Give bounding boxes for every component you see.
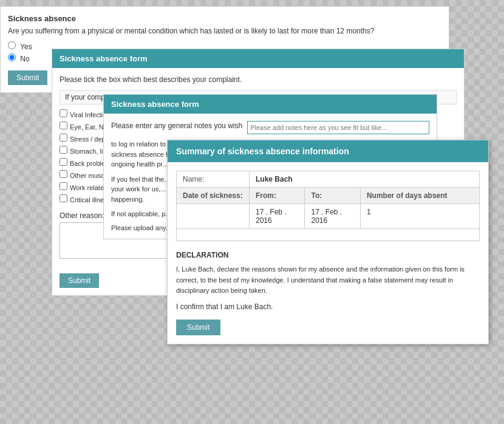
date-label-cell	[177, 204, 250, 229]
radio-yes[interactable]	[8, 41, 16, 49]
checkbox-stomach[interactable]	[60, 146, 67, 154]
days-header: Number of days absent	[360, 188, 479, 204]
to-value: 17 . Feb . 2016	[305, 204, 360, 229]
from-header: From:	[250, 188, 305, 204]
table-row	[177, 229, 480, 241]
name-value: Luke Bach	[250, 171, 480, 188]
layer2-header: Sickness absence form	[52, 49, 464, 68]
notes-input[interactable]	[247, 121, 429, 134]
checkbox-back[interactable]	[60, 158, 67, 166]
table-row: Name: Luke Bach	[177, 171, 480, 188]
table-row: 17 . Feb . 2016 17 . Feb . 2016 1	[177, 204, 480, 229]
checkbox-musculo[interactable]	[60, 170, 67, 178]
checkbox-stress[interactable]	[60, 134, 67, 142]
checkbox-viral[interactable]	[60, 109, 67, 117]
declaration-text: I, Luke Bach, declare the reasons shown …	[176, 264, 480, 296]
layer2-submit-button[interactable]: Submit	[60, 273, 99, 288]
checkbox-critical[interactable]	[60, 194, 67, 202]
checkbox-eye[interactable]	[60, 121, 67, 129]
table-row: Date of sickness: From: To: Number of da…	[177, 188, 480, 204]
confirm-text: I confirm that I am Luke Bach.	[176, 303, 480, 311]
summary-table: Name: Luke Bach Date of sickness: From: …	[176, 171, 480, 241]
layer1-title: Sickness absence	[8, 14, 441, 23]
notes-label: Please enter any general notes you wish	[111, 121, 242, 130]
summary-modal: Summary of sickness absence information …	[167, 140, 489, 344]
layer2-subtitle: Please tick the box which best describes…	[60, 75, 457, 84]
layer1-submit-button[interactable]: Submit	[8, 70, 47, 85]
declaration-title: DECLARATION	[176, 251, 480, 259]
layer1-question: Are you suffering from a physical or men…	[8, 27, 441, 35]
checkbox-work[interactable]	[60, 182, 67, 190]
summary-header: Summary of sickness absence information	[168, 140, 488, 162]
from-value: 17 . Feb . 2016	[250, 204, 305, 229]
radio-no[interactable]	[8, 53, 16, 61]
date-label: Date of sickness:	[177, 188, 250, 204]
to-header: To:	[305, 188, 360, 204]
name-label: Name:	[177, 171, 250, 188]
summary-body: Name: Luke Bach Date of sickness: From: …	[168, 162, 488, 344]
other-reason-label: Other reason:	[60, 211, 104, 220]
days-value: 1	[360, 204, 479, 229]
layer3-header: Sickness absence form	[104, 95, 437, 114]
summary-submit-button[interactable]: Submit	[176, 320, 220, 335]
